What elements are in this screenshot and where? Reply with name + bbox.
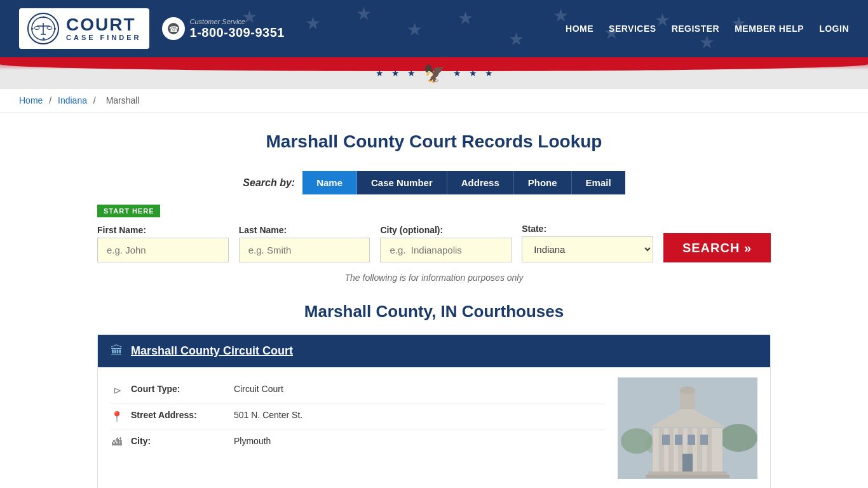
last-name-label: Last Name:	[239, 225, 370, 235]
address-icon: 📍	[111, 410, 123, 423]
breadcrumb-state[interactable]: Indiana	[58, 95, 87, 105]
courthouses-section-title: Marshall County, IN Courthouses	[97, 302, 771, 322]
svg-point-26	[680, 386, 695, 394]
breadcrumb-sep-2: /	[93, 95, 98, 105]
search-by-row: Search by: Name Case Number Address Phon…	[97, 171, 771, 194]
nav-member-help[interactable]: MEMBER HELP	[735, 24, 804, 34]
logo-text: COURT CASE FINDER	[66, 16, 142, 41]
courthouse-building-svg	[618, 377, 757, 479]
svg-rect-19	[668, 425, 674, 473]
svg-rect-33	[682, 454, 693, 471]
city-row-label: City:	[131, 436, 226, 446]
courthouse-card: 🏛 Marshall County Circuit Court ⊳ Court …	[97, 334, 771, 488]
star-right-2: ★	[469, 68, 477, 78]
breadcrumb-home[interactable]: Home	[19, 95, 43, 105]
star-left-3: ★	[407, 68, 416, 78]
city-row: 🏙 City: Plymouth	[111, 430, 605, 454]
eagle-banner-inner: ★ ★ ★ 🦅 ★ ★ ★	[376, 63, 493, 84]
tab-address[interactable]: Address	[447, 171, 514, 194]
tab-case-number[interactable]: Case Number	[357, 171, 447, 194]
court-type-value: Circuit Court	[234, 384, 283, 394]
svg-text:★: ★	[31, 27, 34, 30]
city-field: City (optional):	[380, 225, 512, 262]
main-content: Marshall County Court Records Lookup Sea…	[85, 112, 783, 488]
court-type-row: ⊳ Court Type: Circuit Court	[111, 377, 605, 403]
search-button[interactable]: SEARCH »	[663, 233, 771, 262]
eagle-banner: ★ ★ ★ 🦅 ★ ★ ★	[0, 57, 868, 89]
svg-rect-30	[675, 435, 682, 445]
star-right-3: ★	[485, 68, 493, 78]
courthouse-image	[618, 377, 757, 479]
svg-point-15	[719, 424, 757, 452]
city-icon: 🏙	[111, 437, 123, 448]
nav-services[interactable]: SERVICES	[609, 24, 656, 34]
page-title: Marshall County Court Records Lookup	[97, 132, 771, 152]
svg-text:★: ★	[42, 15, 45, 19]
city-label: City (optional):	[380, 225, 512, 235]
svg-point-8	[34, 27, 39, 30]
phone-box: ☎ Customer Service 1-800-309-9351	[162, 17, 285, 40]
star-left-1: ★	[376, 68, 384, 78]
phone-text: Customer Service 1-800-309-9351	[190, 18, 285, 40]
svg-rect-23	[707, 425, 712, 473]
svg-rect-18	[659, 425, 664, 473]
phone-icon: ☎	[162, 17, 185, 40]
logo-case-finder-text: CASE FINDER	[66, 34, 142, 41]
eagle-icon: 🦅	[423, 63, 445, 84]
start-here-badge: START HERE	[97, 205, 160, 217]
svg-rect-27	[648, 471, 727, 475]
tab-phone[interactable]: Phone	[514, 171, 572, 194]
breadcrumb-sep-1: /	[49, 95, 54, 105]
phone-number: 1-800-309-9351	[190, 25, 285, 39]
customer-service-label: Customer Service	[190, 18, 285, 25]
first-name-input[interactable]	[97, 238, 229, 262]
city-row-value: Plymouth	[234, 436, 271, 446]
svg-rect-22	[697, 425, 702, 473]
court-type-label: Court Type:	[131, 384, 226, 394]
courthouse-info: ⊳ Court Type: Circuit Court 📍 Street Add…	[111, 377, 605, 479]
logo-court-text: COURT	[66, 16, 136, 34]
main-nav: HOME SERVICES REGISTER MEMBER HELP LOGIN	[566, 24, 849, 34]
logo-emblem-icon: ★ ★ ★ ★	[27, 12, 60, 45]
tab-name[interactable]: Name	[302, 171, 357, 194]
svg-rect-29	[662, 435, 670, 445]
nav-login[interactable]: LOGIN	[819, 24, 849, 34]
search-by-label: Search by:	[243, 177, 295, 189]
state-label: State:	[522, 224, 653, 234]
address-row: 📍 Street Address: 501 N. Center St.	[111, 403, 605, 430]
courthouse-body: ⊳ Court Type: Circuit Court 📍 Street Add…	[98, 367, 770, 488]
courthouse-building-icon: 🏛	[111, 344, 123, 358]
site-logo[interactable]: ★ ★ ★ ★ COURT CASE FINDER	[19, 8, 149, 49]
star-right-1: ★	[453, 68, 461, 78]
info-note: The following is for information purpose…	[97, 273, 771, 283]
svg-text:★: ★	[53, 27, 57, 30]
star-left-2: ★	[391, 68, 400, 78]
svg-rect-20	[678, 425, 683, 473]
last-name-input[interactable]	[239, 238, 370, 262]
header-left: ★ ★ ★ ★ COURT CASE FINDER ☎	[19, 8, 285, 49]
courthouse-card-header: 🏛 Marshall County Circuit Court	[98, 335, 770, 367]
search-fields-row: First Name: Last Name: City (optional): …	[97, 224, 771, 262]
svg-rect-28	[646, 475, 729, 478]
state-field: State: Indiana Alabama Alaska Arizona Ca…	[522, 224, 653, 262]
breadcrumb-county: Marshall	[106, 95, 140, 105]
svg-rect-31	[688, 435, 695, 445]
courthouse-name-link[interactable]: Marshall County Circuit Court	[131, 344, 293, 358]
svg-rect-32	[700, 435, 708, 445]
last-name-field: Last Name:	[239, 225, 370, 262]
first-name-label: First Name:	[97, 225, 229, 235]
site-header: ★ ★ ★ ★ ★ ★ ★ ★ ★ ★ ★ ★ ★ ★ ★	[0, 0, 868, 57]
svg-text:☎: ☎	[168, 25, 178, 34]
search-section: Search by: Name Case Number Address Phon…	[97, 171, 771, 283]
nav-register[interactable]: REGISTER	[672, 24, 720, 34]
tab-email[interactable]: Email	[572, 171, 625, 194]
svg-point-9	[47, 27, 52, 30]
breadcrumb: Home / Indiana / Marshall	[0, 89, 868, 112]
state-select[interactable]: Indiana Alabama Alaska Arizona Californi…	[522, 236, 653, 262]
address-label: Street Address:	[131, 410, 226, 420]
city-input[interactable]	[380, 238, 512, 262]
nav-home[interactable]: HOME	[566, 24, 593, 34]
court-type-icon: ⊳	[111, 384, 123, 396]
first-name-field: First Name:	[97, 225, 229, 262]
address-value: 501 N. Center St.	[234, 410, 302, 420]
